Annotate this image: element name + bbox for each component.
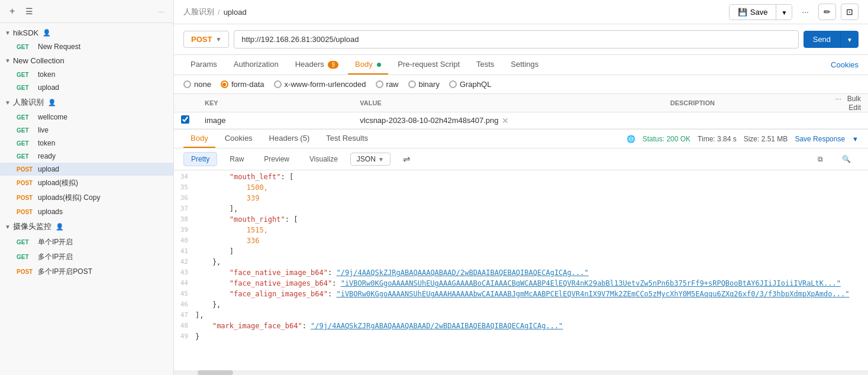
save-button[interactable]: 💾 Save [730,5,776,20]
kv-checkbox[interactable] [181,115,189,124]
breadcrumb-parent: 人脸识别 [183,7,214,17]
kv-actions-header: ··· Bulk Edit [825,94,861,112]
line-number: 46 [174,300,195,311]
line-content: "face_native_images_b64": "iVBORw0KGgoAA… [195,279,868,290]
visualize-button[interactable]: Visualize [302,152,346,166]
layout-button[interactable]: ☰ [23,5,36,17]
kv-more-icon: ··· [835,94,841,103]
sidebar-item-multi-ip[interactable]: GET 多个IP开启 [0,250,173,264]
tab-tests[interactable]: Tests [469,55,501,75]
sidebar-item-uploads[interactable]: POST uploads [0,205,173,218]
line-number: 48 [174,322,195,332]
tab-prerequest[interactable]: Pre-request Script [391,55,467,75]
sidebar-item-uploads-mock-copy[interactable]: POST uploads(模拟) Copy [0,190,173,205]
sidebar-group-new-collection[interactable]: ▼ New Collection [0,53,173,68]
resp-tab-test-results[interactable]: Test Results [319,130,375,148]
sidebar-group-hikSDK[interactable]: ▼ hikSDK 👤 [0,25,173,40]
tab-authorization[interactable]: Authorization [227,55,286,75]
kv-value-header: VALUE [360,96,670,110]
line-content: 1500, [195,183,868,194]
topbar-more-button[interactable]: ··· [797,4,814,20]
sidebar-item-token-2[interactable]: GET token [0,137,173,150]
sidebar-item-multi-ip-post[interactable]: POST 多个IP开启POST [0,264,173,279]
search-code-button[interactable]: 🔍 [834,152,859,166]
body-type-binary[interactable]: binary [408,80,440,89]
code-line: 44 "face_native_images_b64": "iVBORw0KGg… [174,279,868,290]
kv-table-header: KEY VALUE DESCRIPTION ··· Bulk Edit [174,94,868,112]
sidebar-group-face[interactable]: ▼ 人脸识别 👤 [0,94,173,111]
tab-headers[interactable]: Headers 9 [288,55,346,75]
edit-icon-button[interactable]: ✏ [818,4,836,20]
sidebar-item-single-ip[interactable]: GET 单个IP开启 [0,235,173,250]
sidebar-item-new-request[interactable]: GET New Request [0,40,173,53]
json-label: JSON [357,155,376,163]
line-number: 34 [174,173,195,183]
cookies-link[interactable]: Cookies [831,60,859,69]
sidebar-item-wellcome[interactable]: GET wellcome [0,111,173,124]
body-graphql-label: GraphQL [460,80,491,89]
kv-remove-icon[interactable]: ✕ [502,116,509,125]
group-badge-icon: 👤 [43,29,51,37]
copy-button[interactable]: ⧉ [810,152,831,166]
sidebar-item-ready[interactable]: GET ready [0,150,173,163]
save-dropdown-button[interactable]: ▼ [776,5,792,20]
resp-tab-body[interactable]: Body [183,130,215,148]
bulk-edit-btn[interactable]: Bulk Edit [847,95,861,112]
response-area: Body Cookies Headers (5) Test Results 🌐 … [174,129,868,375]
url-input[interactable] [234,30,798,49]
item-name: uploads [38,208,63,216]
resp-tab-headers[interactable]: Headers (5) [262,130,317,148]
sidebar-group-camera[interactable]: ▼ 摄像头监控 👤 [0,218,173,235]
kv-value-text: vlcsnap-2023-08-10-02h42m48s407.png ✕ [360,116,670,125]
json-format-selector[interactable]: JSON ▼ [350,153,391,166]
group-label: 摄像头监控 [13,221,51,232]
body-type-graphql[interactable]: GraphQL [449,80,491,89]
code-view: 34 "mouth_left": [35 1500,36 33937 ],38 … [174,170,868,370]
add-button[interactable]: + [7,5,17,18]
body-type-none[interactable]: none [183,80,211,89]
body-none-label: none [194,80,211,89]
sidebar-more-button[interactable]: ··· [155,6,166,17]
code-line: 37 ], [174,205,868,215]
preview-button[interactable]: Preview [256,152,297,166]
tab-settings[interactable]: Settings [504,55,546,75]
save-label: Save [750,8,768,17]
line-number: 49 [174,332,195,343]
radio-binary [408,80,416,88]
layout-icon-button[interactable]: ⊡ [841,4,859,20]
raw-button[interactable]: Raw [222,152,251,166]
body-type-urlencoded[interactable]: x-www-form-urlencoded [274,80,366,89]
code-line: 43 "face_native_image_b64": "/9j/4AAQSkZ… [174,269,868,279]
sidebar-header: + ☰ ··· [0,0,173,23]
radio-urlencoded [274,80,282,88]
horizontal-scrollbar[interactable] [174,370,868,375]
body-type-raw[interactable]: raw [376,80,399,89]
sidebar-item-live[interactable]: GET live [0,124,173,137]
group-label: 人脸识别 [13,97,44,108]
send-button[interactable]: Send [804,31,840,48]
group-label: hikSDK [13,28,38,37]
code-line: 40 336 [174,237,868,247]
line-number: 37 [174,205,195,215]
save-response-btn[interactable]: Save Response [795,135,845,143]
save-resp-chevron-icon[interactable]: ▼ [852,135,859,143]
pretty-button[interactable]: Pretty [183,152,217,166]
code-line: 38 "mouth_right": [ [174,215,868,226]
item-name: 多个IP开启POST [38,267,92,277]
method-chevron-icon: ▼ [215,36,221,43]
size-stat: Size: 2.51 MB [744,135,788,143]
main-panel: 人脸识别 / upload 💾 Save ▼ ··· ✏ ⊡ [174,0,868,375]
send-dropdown-button[interactable]: ▼ [840,31,859,48]
line-number: 35 [174,183,195,194]
send-button-group: Send ▼ [804,31,859,48]
sidebar-item-upload-active[interactable]: POST upload [0,163,173,176]
sidebar-item-token-1[interactable]: GET token [0,68,173,81]
body-type-form-data[interactable]: form-data [221,80,264,89]
wrap-button[interactable]: ⇌ [395,151,418,167]
tab-body[interactable]: Body [348,55,388,75]
sidebar-item-upload-mock[interactable]: POST upload(模拟) [0,176,173,190]
method-selector[interactable]: POST ▼ [183,31,229,48]
resp-tab-cookies[interactable]: Cookies [218,130,260,148]
tab-params[interactable]: Params [183,55,224,75]
sidebar-item-upload-1[interactable]: GET upload [0,81,173,94]
